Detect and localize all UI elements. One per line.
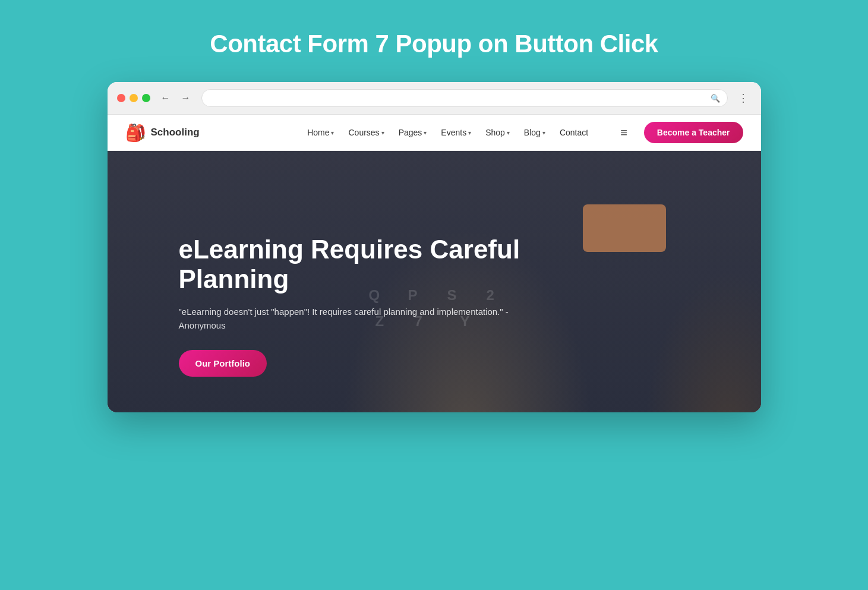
address-bar[interactable]: 🔍: [201, 89, 728, 107]
nav-item-pages[interactable]: Pages ▾: [393, 124, 433, 141]
chevron-down-icon: ▾: [507, 130, 510, 136]
nav-item-contact[interactable]: Contact: [554, 124, 594, 141]
forward-button[interactable]: →: [178, 90, 194, 106]
traffic-lights: [117, 94, 150, 102]
search-icon[interactable]: 🔍: [711, 94, 720, 103]
chevron-down-icon: ▾: [542, 130, 545, 136]
site-navbar: 🎒 Schooling Home ▾ Courses ▾ Pages ▾ Ev: [108, 115, 761, 151]
nav-item-courses[interactable]: Courses ▾: [342, 124, 390, 141]
traffic-light-red[interactable]: [117, 94, 125, 102]
chevron-down-icon: ▾: [331, 130, 334, 136]
become-teacher-button[interactable]: Become a Teacher: [644, 122, 743, 143]
browser-nav-buttons: ← →: [157, 90, 194, 106]
nav-item-shop[interactable]: Shop ▾: [479, 124, 516, 141]
hero-content: eLearning Requires Careful Planning "eLe…: [179, 235, 690, 377]
nav-item-events[interactable]: Events ▾: [435, 124, 477, 141]
nav-links: Home ▾ Courses ▾ Pages ▾ Events ▾ Shop: [301, 124, 594, 141]
browser-chrome: ← → 🔍 ⋮: [108, 82, 761, 115]
traffic-light-yellow[interactable]: [130, 94, 138, 102]
nav-item-blog[interactable]: Blog ▾: [518, 124, 551, 141]
hero-section: Q P S Z 7 2 Y eLearning Requires Careful…: [108, 151, 761, 412]
logo-icon: 🎒: [125, 123, 146, 143]
nav-item-home[interactable]: Home ▾: [301, 124, 340, 141]
traffic-light-green[interactable]: [142, 94, 150, 102]
hero-subtitle: "eLearning doesn't just "happen"! It req…: [179, 305, 535, 332]
page-title: Contact Form 7 Popup on Button Click: [210, 30, 658, 58]
hero-title: eLearning Requires Careful Planning: [179, 235, 595, 295]
browser-window: ← → 🔍 ⋮ 🎒 Schooling Home ▾ Courses: [108, 82, 761, 412]
chevron-down-icon: ▾: [424, 130, 427, 136]
back-button[interactable]: ←: [157, 90, 174, 106]
url-input[interactable]: [209, 94, 706, 103]
chevron-down-icon: ▾: [468, 130, 471, 136]
website-content: 🎒 Schooling Home ▾ Courses ▾ Pages ▾ Ev: [108, 115, 761, 412]
hamburger-menu[interactable]: ≡: [616, 124, 632, 142]
portfolio-button[interactable]: Our Portfolio: [179, 350, 267, 377]
site-logo[interactable]: 🎒 Schooling: [125, 123, 200, 143]
logo-text: Schooling: [151, 127, 200, 138]
browser-menu-button[interactable]: ⋮: [735, 90, 752, 106]
chevron-down-icon: ▾: [381, 130, 384, 136]
